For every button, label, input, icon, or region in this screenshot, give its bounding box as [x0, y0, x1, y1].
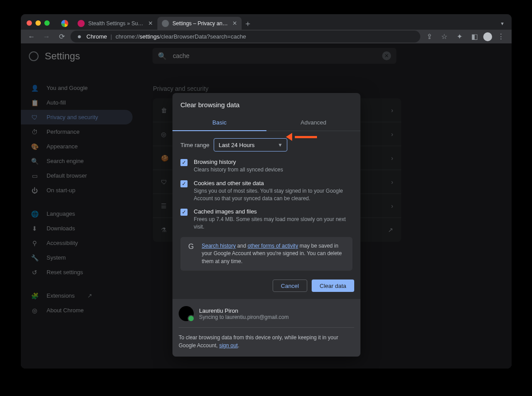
tab-advanced[interactable]: Advanced [266, 115, 360, 131]
user-avatar [179, 306, 194, 321]
signout-note: To clear browsing data from this device … [179, 334, 354, 349]
browser-window: Stealth Settings » Sursa de tut ✕ Settin… [21, 14, 512, 369]
titlebar: Stealth Settings » Sursa de tut ✕ Settin… [21, 14, 512, 30]
minimize-window-button[interactable] [35, 20, 41, 26]
time-range-label: Time range [180, 142, 209, 148]
user-sync: Syncing to laurentiu.piron@gmail.com [199, 314, 289, 320]
tab-search-button[interactable]: ▾ [501, 20, 504, 27]
tab-basic[interactable]: Basic [172, 115, 266, 131]
tab-label: Stealth Settings » Sursa de tut [88, 20, 145, 27]
sidepanel-icon[interactable]: ◧ [468, 31, 481, 43]
toolbar: ← → ⟳ Chrome | chrome://settings/clearBr… [21, 30, 512, 43]
site-favicon [78, 20, 85, 27]
dialog-tabs: Basic Advanced [172, 115, 360, 131]
opt-title: Browsing history [194, 159, 283, 165]
tab-label: Settings – Privacy and security [172, 20, 229, 27]
clear-browsing-data-dialog: Clear browsing data Basic Advanced Time … [172, 93, 360, 357]
dropdown-arrow-icon: ▼ [278, 142, 282, 148]
share-icon[interactable]: ⇪ [423, 31, 435, 43]
omni-prefix: Chrome [86, 33, 107, 40]
time-range-select[interactable]: Last 24 Hours ▼ [214, 138, 287, 151]
google-g-icon: G [187, 242, 196, 251]
checkbox-cache[interactable]: ✓ [180, 209, 188, 216]
opt-title: Cookies and other site data [194, 180, 352, 186]
opt-desc: Frees up 7.4 MB. Some sites may load mor… [194, 216, 352, 231]
time-range-value: Last 24 Hours [219, 142, 254, 148]
search-history-link[interactable]: Search history [202, 243, 236, 249]
user-name: Laurentiu Piron [199, 307, 289, 314]
checkbox-browsing-history[interactable]: ✓ [180, 159, 188, 166]
pinned-tab[interactable] [56, 20, 73, 27]
clear-data-button[interactable]: Clear data [312, 280, 354, 292]
other-activity-link[interactable]: other forms of activity [247, 243, 298, 249]
close-tab-icon[interactable]: ✕ [232, 20, 237, 27]
window-controls [27, 20, 50, 26]
gear-icon [162, 20, 169, 27]
close-window-button[interactable] [27, 20, 32, 26]
info-box: G Search history and other forms of acti… [180, 237, 352, 271]
opt-desc: Clears history from all synced devices [194, 166, 283, 174]
chrome-icon [61, 20, 68, 27]
maximize-window-button[interactable] [44, 20, 50, 26]
dialog-actions: Cancel Clear data [172, 273, 360, 299]
checkbox-cookies[interactable]: ✓ [180, 180, 188, 187]
back-button[interactable]: ← [25, 31, 38, 43]
omni-url: chrome://settings/clearBrowserData?searc… [116, 33, 246, 40]
site-info-icon[interactable] [76, 33, 83, 40]
forward-button[interactable]: → [40, 31, 53, 43]
user-row: Laurentiu Piron Syncing to laurentiu.pir… [179, 306, 354, 321]
extensions-icon[interactable]: ✦ [453, 31, 466, 43]
dialog-title: Clear browsing data [172, 93, 360, 115]
tab-strip: Stealth Settings » Sursa de tut ✕ Settin… [56, 17, 254, 30]
profile-avatar[interactable] [483, 32, 492, 41]
tab-stealth-settings[interactable]: Stealth Settings » Sursa de tut ✕ [73, 17, 157, 30]
address-bar[interactable]: Chrome | chrome://settings/clearBrowserD… [70, 31, 420, 43]
reload-button[interactable]: ⟳ [55, 31, 68, 43]
close-tab-icon[interactable]: ✕ [148, 20, 153, 27]
dialog-footer: Laurentiu Piron Syncing to laurentiu.pir… [172, 299, 360, 357]
info-message: Search history and other forms of activi… [202, 242, 346, 265]
bookmark-icon[interactable]: ☆ [438, 31, 450, 43]
new-tab-button[interactable]: ＋ [242, 17, 254, 30]
time-range-row: Time range Last 24 Hours ▼ [180, 138, 352, 151]
toolbar-actions: ⇪ ☆ ✦ ◧ ⋮ [423, 31, 507, 43]
opt-title: Cached images and files [194, 208, 352, 215]
chrome-menu-icon[interactable]: ⋮ [495, 31, 507, 43]
cancel-button[interactable]: Cancel [273, 280, 307, 292]
sign-out-link[interactable]: sign out [219, 342, 238, 349]
tab-settings-privacy[interactable]: Settings – Privacy and security ✕ [157, 17, 242, 30]
opt-desc: Signs you out of most sites. You'll stay… [194, 187, 352, 202]
